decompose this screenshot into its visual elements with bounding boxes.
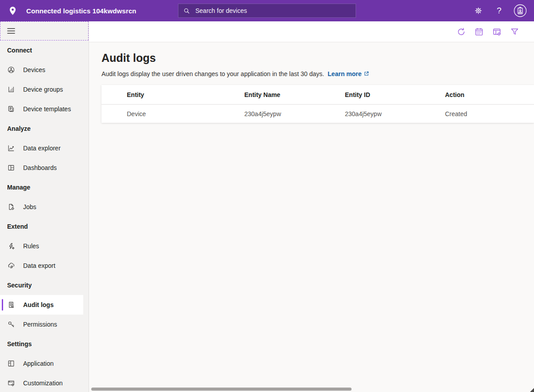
page-description-text: Audit logs display the user driven chang…	[101, 70, 324, 77]
calendar-icon	[474, 27, 484, 36]
sidebar-item-label: Device templates	[23, 105, 71, 113]
cell-action: Created	[445, 110, 534, 117]
help-button[interactable]: ?	[489, 0, 510, 21]
column-header-action: Action	[445, 91, 534, 98]
table-header-row: Entity Entity Name Entity ID Action	[101, 85, 534, 105]
sidebar-item-dashboards[interactable]: Dashboards	[0, 158, 83, 178]
sidebar-item-label: Customization	[23, 380, 63, 387]
sidebar-item-application[interactable]: Application	[0, 354, 83, 373]
data-export-icon	[7, 262, 15, 270]
jobs-icon	[7, 203, 15, 211]
sidebar-item-permissions[interactable]: Permissions	[0, 315, 83, 334]
main-area: Audit logs Audit logs display the user d…	[89, 21, 534, 392]
sidebar-item-jobs[interactable]: Jobs	[0, 197, 83, 217]
page-toolbar	[89, 21, 534, 42]
customization-icon	[7, 379, 15, 387]
sidebar-nav: Connect Devices Device groups	[0, 21, 89, 392]
sidebar-section-security: Security	[0, 275, 89, 295]
gear-icon	[474, 6, 483, 15]
sidebar-item-label: Application	[23, 360, 54, 367]
sidebar-item-label: Device groups	[23, 86, 63, 93]
sidebar-item-data-export[interactable]: Data export	[0, 256, 83, 275]
account-badge-icon	[513, 4, 527, 18]
sidebar-item-label: Rules	[23, 242, 39, 250]
page-title: Audit logs	[101, 52, 534, 65]
sidebar-item-devices[interactable]: Devices	[0, 60, 83, 80]
permissions-icon	[7, 320, 15, 328]
refresh-button[interactable]	[452, 23, 470, 40]
cell-entity: Device	[101, 110, 244, 117]
dashboards-icon	[7, 164, 15, 172]
column-header-entity-name: Entity Name	[244, 91, 345, 98]
cell-entity-name: 230a4j5eypw	[244, 110, 345, 117]
sidebar-section-manage: Manage	[0, 178, 89, 197]
sidebar-section-analyze: Analyze	[0, 119, 89, 138]
nav-collapse-button[interactable]	[0, 21, 89, 40]
timeline-edit-icon	[492, 27, 502, 36]
sidebar-item-label: Data export	[23, 262, 55, 269]
search-input[interactable]	[194, 7, 341, 15]
sidebar-item-label: Jobs	[23, 203, 36, 210]
rules-icon	[7, 242, 15, 250]
filter-button[interactable]	[506, 23, 523, 40]
application-icon	[7, 360, 15, 368]
sidebar-item-rules[interactable]: Rules	[0, 236, 83, 256]
hamburger-icon	[7, 28, 15, 34]
page-description: Audit logs display the user driven chang…	[101, 70, 534, 78]
sidebar-item-device-templates[interactable]: Device templates	[0, 99, 83, 119]
app-title: Connected logistics 104kwdwsrcn	[26, 7, 136, 15]
location-pin-icon	[9, 6, 16, 16]
sidebar-item-label: Devices	[23, 66, 45, 73]
sidebar-section-connect: Connect	[0, 40, 89, 60]
horizontal-scrollbar[interactable]	[91, 388, 352, 391]
table-row[interactable]: Device 230a4j5eypw 230a4j5eypw Created	[101, 105, 534, 123]
refresh-icon	[457, 27, 466, 36]
sidebar-item-device-groups[interactable]: Device groups	[0, 80, 83, 99]
account-button[interactable]	[510, 0, 530, 21]
column-options-button[interactable]	[488, 23, 506, 40]
learn-more-link[interactable]: Learn more	[328, 70, 361, 77]
external-link-icon	[364, 71, 369, 78]
devices-icon	[7, 66, 15, 74]
sidebar-item-data-explorer[interactable]: Data explorer	[0, 138, 83, 158]
sidebar-item-label: Audit logs	[23, 301, 53, 308]
cell-entity-id: 230a4j5eypw	[345, 110, 445, 117]
sidebar-item-label: Dashboards	[23, 164, 57, 171]
time-range-button[interactable]	[470, 23, 488, 40]
sidebar-item-label: Data explorer	[23, 145, 61, 152]
data-explorer-icon	[7, 144, 15, 152]
sidebar-section-settings: Settings	[0, 334, 89, 354]
sidebar-section-extend: Extend	[0, 217, 89, 236]
help-icon: ?	[497, 6, 502, 16]
audit-logs-icon	[7, 301, 15, 309]
resize-grip	[530, 388, 534, 392]
filter-icon	[510, 27, 519, 36]
search-icon	[183, 7, 190, 15]
sidebar-item-audit-logs[interactable]: Audit logs	[0, 295, 83, 315]
sidebar-item-label: Permissions	[23, 321, 57, 328]
device-groups-icon	[7, 85, 15, 93]
device-templates-icon	[7, 105, 15, 113]
device-search-box[interactable]	[178, 4, 356, 18]
top-app-bar: Connected logistics 104kwdwsrcn ?	[0, 0, 534, 21]
column-header-entity: Entity	[101, 91, 244, 98]
column-header-entity-id: Entity ID	[345, 91, 445, 98]
settings-button[interactable]	[468, 0, 489, 21]
sidebar-item-customization[interactable]: Customization	[0, 373, 83, 392]
audit-logs-table: Entity Entity Name Entity ID Action Devi…	[101, 85, 534, 123]
